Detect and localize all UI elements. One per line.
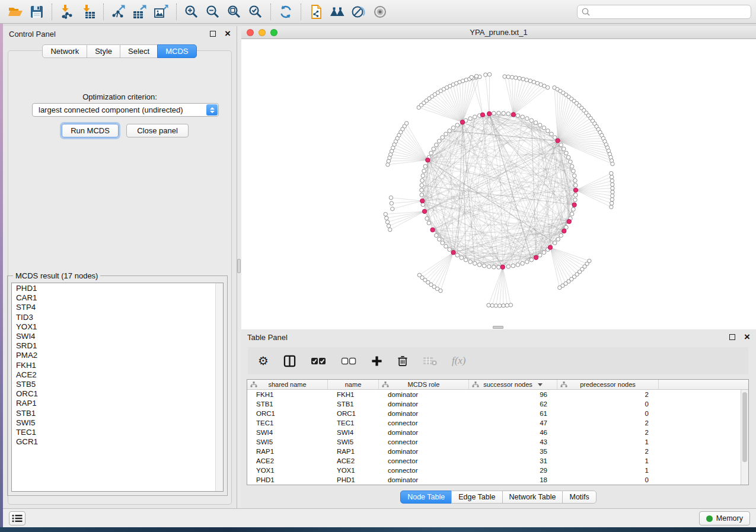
table-tab-network-table[interactable]: Network Table <box>502 491 563 504</box>
table-row[interactable]: STB1STB1dominator620 <box>247 399 748 409</box>
select-all-checkboxes-icon[interactable] <box>311 357 326 365</box>
export-table-icon[interactable] <box>131 3 149 21</box>
table-cell[interactable]: ACE2 <box>328 456 379 466</box>
hide-visual-style-icon[interactable] <box>350 3 368 21</box>
network-canvas[interactable] <box>241 39 756 329</box>
splitter-handle[interactable] <box>237 259 241 273</box>
mcds-result-item[interactable]: PMA2 <box>12 351 215 360</box>
table-scrollbar-thumb[interactable] <box>742 392 747 462</box>
toggle-column-panel-icon[interactable] <box>283 355 296 367</box>
table-cell[interactable]: 61 <box>469 409 557 418</box>
table-scrollbar[interactable] <box>741 390 748 485</box>
export-image-icon[interactable] <box>152 3 170 21</box>
table-cell[interactable]: 1 <box>557 466 659 475</box>
table-cell[interactable]: 1 <box>557 437 659 447</box>
panel-splitter[interactable] <box>237 26 241 508</box>
table-cell[interactable]: FKH1 <box>328 390 379 399</box>
table-cell[interactable]: 31 <box>469 456 557 466</box>
mcds-result-item[interactable]: SRD1 <box>12 341 215 351</box>
table-row[interactable]: FKH1FKH1dominator962 <box>247 390 748 399</box>
mcds-result-list[interactable]: PHD1CAR1STP4TID3YOX1SWI4SRD1PMA2FKH1ACE2… <box>11 283 224 492</box>
table-cell[interactable]: SWI5 <box>247 437 328 447</box>
mcds-result-item[interactable]: YOX1 <box>12 322 215 332</box>
table-cell[interactable]: ORC1 <box>328 409 379 418</box>
table-cell[interactable]: TEC1 <box>247 418 328 428</box>
table-row[interactable]: SWI5SWI5connector431 <box>247 437 748 447</box>
table-cell[interactable]: connector <box>379 466 469 475</box>
table-cell[interactable]: PHD1 <box>247 475 328 485</box>
table-cell[interactable]: 2 <box>557 428 659 437</box>
table-cell[interactable]: STB1 <box>247 399 328 409</box>
column-header-shared-name[interactable]: shared name <box>247 380 328 389</box>
table-cell[interactable]: 35 <box>469 447 557 456</box>
table-cell[interactable]: 2 <box>557 418 659 428</box>
mcds-result-item[interactable]: FKH1 <box>12 361 215 370</box>
import-table-icon[interactable] <box>79 3 97 21</box>
table-tab-node-table[interactable]: Node Table <box>400 491 452 504</box>
table-cell[interactable]: FKH1 <box>247 390 328 399</box>
table-cell[interactable]: 1 <box>557 456 659 466</box>
table-cell[interactable]: 0 <box>557 409 659 418</box>
column-header-MCDS-role[interactable]: MCDS role <box>379 380 469 389</box>
mcds-result-item[interactable]: STP4 <box>12 303 215 312</box>
table-cell[interactable]: PHD1 <box>328 475 379 485</box>
table-cell[interactable]: 29 <box>469 466 557 475</box>
table-cell[interactable]: connector <box>379 418 469 428</box>
delete-selected-icon[interactable] <box>397 355 408 367</box>
table-cell[interactable]: connector <box>379 437 469 447</box>
optimization-criterion-select[interactable]: largest connected component (undirected) <box>32 103 219 117</box>
table-cell[interactable]: dominator <box>379 409 469 418</box>
table-cell[interactable]: STB1 <box>328 399 379 409</box>
table-cell[interactable]: 62 <box>469 399 557 409</box>
table-cell[interactable]: 96 <box>469 390 557 399</box>
mcds-result-item[interactable]: ACE2 <box>12 370 215 380</box>
table-cell[interactable]: SWI4 <box>247 428 328 437</box>
mcds-result-item[interactable]: ORC1 <box>12 389 215 399</box>
table-cell[interactable]: dominator <box>379 399 469 409</box>
tab-select[interactable]: Select <box>120 44 158 58</box>
zoom-out-icon[interactable] <box>204 3 222 21</box>
table-cell[interactable]: 18 <box>469 475 557 485</box>
table-cell[interactable]: 46 <box>469 428 557 437</box>
save-session-icon[interactable] <box>28 3 46 21</box>
mcds-result-item[interactable]: CAR1 <box>12 293 215 303</box>
run-mcds-button[interactable]: Run MCDS <box>62 124 119 137</box>
canvas-splitter-handle[interactable] <box>493 326 503 329</box>
table-tab-motifs[interactable]: Motifs <box>562 491 596 504</box>
table-cell[interactable]: SWI4 <box>328 428 379 437</box>
close-panel-icon[interactable]: × <box>225 31 231 37</box>
table-cell[interactable]: TEC1 <box>328 418 379 428</box>
column-header-name[interactable]: name <box>328 380 379 389</box>
settings-gear-icon[interactable]: ⚙ <box>258 355 269 367</box>
clone-network-document-icon[interactable] <box>307 3 325 21</box>
mcds-result-item[interactable]: STB1 <box>12 409 215 418</box>
table-row[interactable]: ACE2ACE2connector311 <box>247 456 748 466</box>
table-cell[interactable]: RAP1 <box>328 447 379 456</box>
mcds-result-item[interactable]: TEC1 <box>12 428 215 437</box>
show-preview-eye-icon[interactable] <box>371 3 389 21</box>
float-panel-icon[interactable] <box>729 334 735 340</box>
deselect-all-checkboxes-icon[interactable] <box>341 357 356 365</box>
table-cell[interactable]: 47 <box>469 418 557 428</box>
table-cell[interactable]: 0 <box>557 475 659 485</box>
import-network-icon[interactable] <box>58 3 76 21</box>
table-row[interactable]: RAP1RAP1dominator352 <box>247 447 748 456</box>
export-network-icon[interactable] <box>110 3 127 21</box>
result-list-scrollbar[interactable] <box>215 283 223 491</box>
mcds-result-item[interactable]: RAP1 <box>12 399 215 408</box>
table-cell[interactable]: YOX1 <box>247 466 328 475</box>
mcds-result-item[interactable]: SWI4 <box>12 332 215 341</box>
search-field[interactable] <box>577 5 751 19</box>
table-cell[interactable]: 2 <box>557 447 659 456</box>
table-cell[interactable]: YOX1 <box>328 466 379 475</box>
table-cell[interactable]: dominator <box>379 447 469 456</box>
table-cell[interactable]: dominator <box>379 475 469 485</box>
table-cell[interactable]: dominator <box>379 428 469 437</box>
zoom-selected-icon[interactable] <box>247 3 264 21</box>
close-panel-icon[interactable]: × <box>744 334 750 340</box>
table-row[interactable]: YOX1YOX1connector291 <box>247 466 748 475</box>
table-tab-edge-table[interactable]: Edge Table <box>451 491 502 504</box>
mcds-result-item[interactable]: TID3 <box>12 313 215 322</box>
table-cell[interactable]: dominator <box>379 390 469 399</box>
column-header-predecessor-nodes[interactable]: predecessor nodes <box>557 380 659 389</box>
